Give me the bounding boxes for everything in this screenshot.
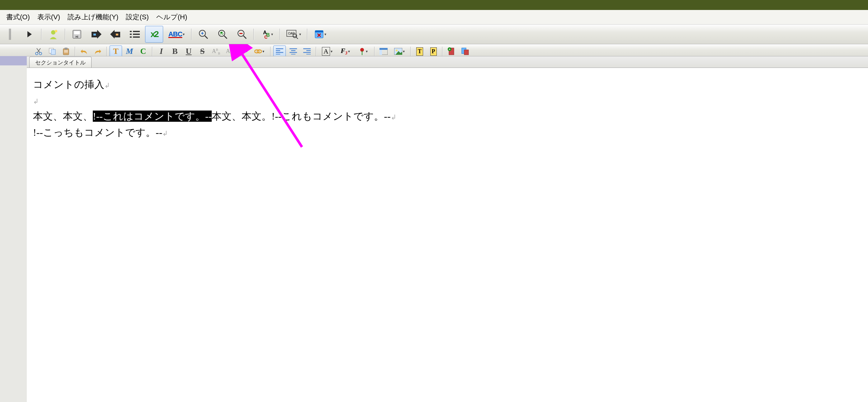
export-icon[interactable] (87, 26, 105, 43)
menu-view[interactable]: 表示(V) (34, 11, 64, 23)
svg-line-24 (224, 36, 227, 39)
ab-ruby-icon: A↑B (226, 48, 234, 55)
m-icon: M (126, 47, 133, 56)
menu-help[interactable]: ヘルプ(H) (153, 11, 191, 23)
menu-format[interactable]: 書式(O) (2, 11, 34, 23)
svg-point-68 (396, 50, 398, 51)
font-a-icon: A (322, 47, 330, 56)
left-panel-tab[interactable] (0, 56, 27, 65)
separator (75, 47, 75, 56)
handle-grip-icon[interactable] (1, 26, 19, 43)
content-line-4: !--こっちもコメントです。--↲ (33, 125, 862, 141)
ruby-button[interactable]: A↑B (223, 45, 236, 57)
svg-rect-1 (10, 29, 11, 40)
zoom-in-button[interactable]: + (194, 26, 212, 43)
svg-rect-51 (276, 50, 280, 51)
save-hi-icon[interactable]: Hi (68, 26, 86, 43)
document-tabs: セクションタイトル (27, 56, 868, 68)
content-line-1: コメントの挿入↲ (33, 76, 862, 92)
separator (410, 47, 411, 56)
import-icon[interactable] (106, 26, 125, 43)
align-center-button[interactable] (287, 45, 300, 57)
text-type-t-button[interactable]: T (110, 45, 122, 57)
zoom-out-button[interactable] (233, 26, 251, 43)
underline-button[interactable]: U (182, 45, 195, 57)
svg-rect-43 (51, 50, 55, 55)
svg-line-41 (37, 48, 40, 53)
p-box-button[interactable]: P (427, 45, 440, 57)
window-layout-button[interactable] (377, 45, 390, 57)
user-icon[interactable] (44, 26, 62, 43)
left-panel (0, 56, 27, 402)
svg-rect-19 (133, 36, 140, 38)
main-toolbar: Hi x2 ABC + A B C OAR (0, 25, 868, 44)
menu-settings[interactable]: 設定(S) (122, 11, 152, 23)
svg-rect-52 (276, 52, 283, 53)
strike-button[interactable]: S (196, 45, 209, 57)
menu-read-aloud[interactable]: 読み上げ機能(Y) (64, 11, 122, 23)
svg-rect-57 (291, 54, 296, 55)
align-right-button[interactable] (301, 45, 313, 57)
undo-button[interactable] (78, 45, 90, 57)
svg-marker-11 (110, 30, 115, 39)
content-line-3: 本文、本文、!--これはコメントです。--本文、本文。!--これもコメントです。… (33, 109, 862, 124)
svg-rect-59 (306, 50, 311, 51)
svg-rect-53 (276, 54, 280, 55)
zoom-fit-button[interactable] (214, 26, 231, 43)
svg-rect-60 (303, 52, 311, 53)
text-box-button[interactable]: T (413, 45, 426, 57)
italic-button[interactable]: I (155, 45, 167, 57)
list-icon[interactable] (126, 26, 144, 43)
t-icon: T (113, 47, 118, 56)
play-button[interactable] (21, 26, 39, 43)
text-type-m-button[interactable]: M (123, 45, 136, 57)
font-family-button[interactable]: A (319, 45, 336, 57)
font-size-button[interactable]: F3 (337, 45, 354, 57)
align-left-button[interactable] (273, 45, 286, 57)
separator (374, 47, 375, 56)
svg-rect-10 (93, 34, 96, 35)
superscript-button[interactable]: ABB (210, 45, 222, 57)
font-color-button[interactable]: A B C (256, 26, 277, 43)
copy-button[interactable] (46, 45, 59, 57)
abc-spellcheck-button[interactable]: ABC (164, 26, 189, 43)
image-button[interactable] (391, 45, 408, 57)
svg-rect-28 (240, 33, 243, 34)
svg-rect-16 (130, 34, 132, 35)
cut-button[interactable] (32, 45, 45, 57)
code-button[interactable]: </> (237, 45, 250, 57)
separator (106, 47, 107, 56)
redo-button[interactable] (92, 45, 104, 57)
svg-rect-66 (379, 50, 382, 55)
window-close-button[interactable] (310, 26, 331, 43)
section-title-tab[interactable]: セクションタイトル (29, 57, 92, 68)
titlebar (0, 0, 868, 10)
paste-button[interactable] (60, 45, 72, 57)
svg-line-35 (297, 37, 298, 39)
underline-icon: U (186, 47, 192, 56)
add-page-button[interactable]: + (445, 45, 458, 57)
svg-marker-2 (27, 31, 32, 37)
pin-button[interactable] (355, 45, 372, 57)
text-type-c-button[interactable]: C (137, 45, 150, 57)
svg-text:+: + (201, 31, 204, 36)
separator (442, 47, 443, 56)
svg-text:C: C (264, 35, 268, 39)
document-content[interactable]: コメントの挿入↲ ↲ 本文、本文、!--これはコメントです。--本文、本文。!-… (27, 68, 868, 149)
svg-rect-14 (130, 31, 132, 32)
return-mark-icon: ↲ (104, 82, 110, 89)
svg-text:+: + (448, 48, 451, 51)
x2-zoom-button[interactable]: x2 (145, 26, 163, 43)
return-mark-icon: ↲ (162, 129, 168, 137)
svg-rect-45 (64, 48, 67, 50)
link-button[interactable] (251, 45, 268, 57)
pages-button[interactable] (459, 45, 471, 57)
bold-icon: B (172, 47, 178, 56)
separator (316, 47, 316, 56)
ocr-button[interactable]: OAR (283, 26, 305, 43)
svg-rect-13 (116, 34, 118, 35)
abc-icon: ABC (168, 30, 182, 38)
bold-button[interactable]: B (169, 45, 181, 57)
svg-rect-18 (130, 36, 132, 38)
document-area: セクションタイトル コメントの挿入↲ ↲ 本文、本文、!--これはコメントです。… (27, 56, 868, 402)
